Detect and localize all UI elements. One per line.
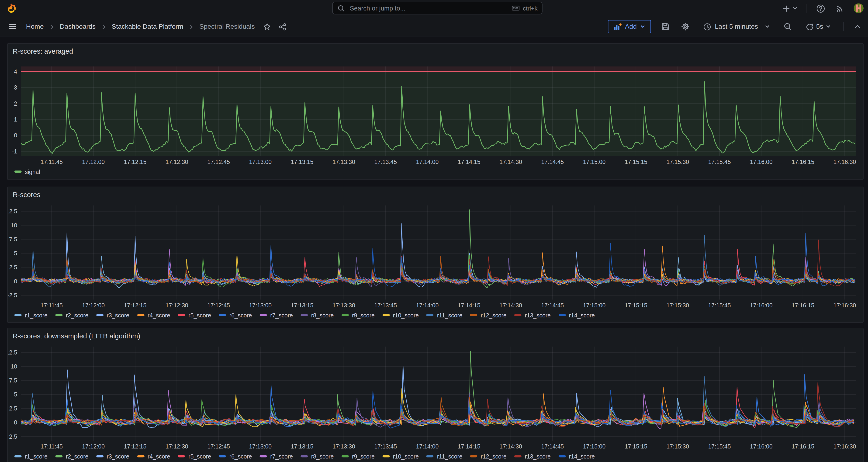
svg-text:17:13:15: 17:13:15 bbox=[291, 159, 313, 165]
legend-item-r6_score[interactable]: r6_score bbox=[219, 312, 252, 318]
svg-text:17:11:45: 17:11:45 bbox=[40, 302, 63, 309]
legend-item-r4_score[interactable]: r4_score bbox=[137, 312, 170, 318]
series-label: r3_score bbox=[107, 453, 129, 459]
time-range-picker[interactable]: Last 5 minutes bbox=[700, 22, 774, 31]
question-circle-icon bbox=[816, 3, 825, 13]
save-dashboard-button[interactable] bbox=[660, 21, 671, 32]
svg-text:17:12:30: 17:12:30 bbox=[165, 443, 188, 450]
series-label: r13_score bbox=[525, 453, 551, 459]
legend-item-r1_score[interactable]: r1_score bbox=[14, 453, 48, 459]
new-menu-button[interactable] bbox=[781, 3, 799, 13]
series-color-swatch bbox=[219, 314, 226, 316]
legend-item-r7_score[interactable]: r7_score bbox=[260, 312, 293, 318]
legend-item-r9_score[interactable]: r9_score bbox=[342, 312, 375, 318]
svg-text:5: 5 bbox=[14, 250, 17, 256]
star-icon bbox=[263, 22, 271, 31]
legend-item-r11_score[interactable]: r11_score bbox=[427, 312, 462, 318]
legend-item-r13_score[interactable]: r13_score bbox=[514, 312, 551, 318]
collapse-toolbar-button[interactable] bbox=[852, 22, 863, 32]
series-color-swatch bbox=[219, 455, 226, 457]
series-color-swatch bbox=[382, 314, 390, 316]
svg-text:17:14:45: 17:14:45 bbox=[541, 159, 564, 165]
search-input[interactable] bbox=[349, 4, 512, 12]
global-search: ctrl+k bbox=[332, 2, 542, 14]
svg-text:2.5: 2.5 bbox=[9, 405, 17, 412]
svg-text:17:14:45: 17:14:45 bbox=[541, 302, 564, 309]
news-button[interactable] bbox=[834, 3, 846, 14]
svg-text:17:14:00: 17:14:00 bbox=[416, 302, 438, 309]
svg-text:17:15:00: 17:15:00 bbox=[583, 443, 606, 450]
add-button[interactable]: Add bbox=[608, 20, 651, 33]
series-color-swatch bbox=[342, 455, 349, 457]
svg-text:17:12:00: 17:12:00 bbox=[82, 443, 105, 450]
legend-item-r3_score[interactable]: r3_score bbox=[96, 312, 129, 318]
timeseries-chart[interactable]: 12.5107.552.50-2.517:11:4517:12:0017:12:… bbox=[8, 187, 863, 312]
legend-item-r5_score[interactable]: r5_score bbox=[178, 312, 211, 318]
chart-legend: r1_scorer2_scorer3_scorer4_scorer5_score… bbox=[14, 453, 595, 459]
series-label: r5_score bbox=[188, 312, 211, 318]
series-label: r4_score bbox=[148, 312, 170, 318]
refresh-picker[interactable]: 5s bbox=[802, 22, 834, 31]
svg-text:17:14:30: 17:14:30 bbox=[499, 302, 522, 309]
series-color-swatch bbox=[301, 455, 308, 457]
help-button[interactable] bbox=[815, 3, 827, 14]
series-color-swatch bbox=[178, 455, 185, 457]
svg-text:17:15:30: 17:15:30 bbox=[666, 159, 689, 165]
grafana-logo-icon[interactable] bbox=[6, 3, 17, 14]
dashboard-settings-button[interactable] bbox=[680, 21, 691, 32]
breadcrumb-home[interactable]: Home bbox=[26, 23, 44, 30]
svg-text:17:12:15: 17:12:15 bbox=[124, 443, 147, 450]
svg-text:12.5: 12.5 bbox=[8, 208, 17, 215]
svg-text:17:15:45: 17:15:45 bbox=[708, 302, 731, 309]
plus-icon bbox=[782, 4, 790, 12]
svg-text:17:13:45: 17:13:45 bbox=[374, 443, 397, 450]
mega-menu-toggle[interactable] bbox=[7, 21, 18, 32]
legend-item-r12_score[interactable]: r12_score bbox=[470, 453, 507, 459]
timeseries-chart[interactable]: 12.5107.552.50-2.517:11:4517:12:0017:12:… bbox=[8, 328, 863, 454]
series-label: r6_score bbox=[229, 453, 252, 459]
keyboard-icon bbox=[512, 4, 520, 12]
series-label: r9_score bbox=[352, 312, 375, 318]
series-color-swatch bbox=[427, 314, 434, 316]
series-color-swatch bbox=[96, 314, 103, 316]
svg-text:17:13:00: 17:13:00 bbox=[249, 159, 272, 165]
series-color-swatch bbox=[470, 314, 477, 316]
legend-item-r7_score[interactable]: r7_score bbox=[260, 453, 293, 459]
share-icon bbox=[279, 22, 287, 31]
favorite-button[interactable] bbox=[262, 21, 273, 32]
series-color-swatch bbox=[514, 314, 522, 316]
svg-text:17:14:45: 17:14:45 bbox=[541, 443, 564, 450]
legend-item-r12_score[interactable]: r12_score bbox=[470, 312, 507, 318]
legend-item-r4_score[interactable]: r4_score bbox=[137, 453, 170, 459]
legend-item-r14_score[interactable]: r14_score bbox=[558, 312, 595, 318]
timeseries-chart[interactable]: 43210-117:11:4517:12:0017:12:1517:12:301… bbox=[8, 44, 863, 169]
rss-icon bbox=[835, 3, 845, 13]
breadcrumb-dashboards[interactable]: Dashboards bbox=[60, 23, 96, 30]
legend-item-signal[interactable]: signal bbox=[14, 168, 40, 175]
zoom-out-time-button[interactable] bbox=[782, 21, 794, 32]
legend-item-r3_score[interactable]: r3_score bbox=[96, 453, 129, 459]
svg-text:17:12:00: 17:12:00 bbox=[82, 159, 105, 165]
breadcrumb-folder[interactable]: Stackable Data Platform bbox=[112, 23, 183, 30]
legend-item-r6_score[interactable]: r6_score bbox=[219, 453, 252, 459]
legend-item-r2_score[interactable]: r2_score bbox=[55, 312, 88, 318]
legend-item-r5_score[interactable]: r5_score bbox=[178, 453, 211, 459]
series-color-swatch bbox=[342, 314, 349, 316]
share-button[interactable] bbox=[277, 21, 288, 32]
legend-item-r8_score[interactable]: r8_score bbox=[301, 453, 334, 459]
legend-item-r14_score[interactable]: r14_score bbox=[558, 453, 595, 459]
svg-text:17:15:30: 17:15:30 bbox=[666, 302, 689, 309]
legend-item-r2_score[interactable]: r2_score bbox=[55, 453, 88, 459]
user-avatar[interactable] bbox=[854, 3, 864, 13]
series-color-swatch bbox=[137, 314, 144, 316]
legend-item-r9_score[interactable]: r9_score bbox=[342, 453, 375, 459]
legend-item-r10_score[interactable]: r10_score bbox=[382, 453, 419, 459]
legend-item-r10_score[interactable]: r10_score bbox=[382, 312, 419, 318]
svg-text:17:15:15: 17:15:15 bbox=[625, 159, 647, 165]
legend-item-r1_score[interactable]: r1_score bbox=[14, 312, 48, 318]
legend-item-r11_score[interactable]: r11_score bbox=[427, 453, 462, 459]
legend-item-r8_score[interactable]: r8_score bbox=[301, 312, 334, 318]
svg-text:17:13:00: 17:13:00 bbox=[249, 443, 272, 450]
svg-text:17:15:15: 17:15:15 bbox=[625, 302, 647, 309]
legend-item-r13_score[interactable]: r13_score bbox=[514, 453, 551, 459]
